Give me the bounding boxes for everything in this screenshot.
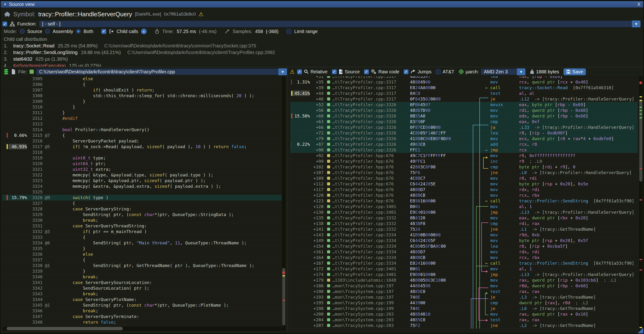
asm-row[interactable]: +209…mon\TracySystem.cpp:258488D35E88610…	[290, 328, 638, 329]
asm-row[interactable]: +154…t\TracyProfiler.cpp:33344C8D055FBA0…	[290, 243, 638, 249]
jumps-label[interactable]: Jumps	[418, 69, 432, 75]
source-line[interactable]: 46.93%3317@5 if( !m_sock->Read( &payload…	[2, 144, 282, 150]
collapse-icon[interactable]: ▼	[4, 2, 6, 6]
source-horizontal-scrollbar[interactable]	[2, 327, 282, 331]
asm-row[interactable]: +167…t\TracyProfiler.cpp:3334E824160000←…	[290, 260, 638, 266]
asm-row[interactable]: 1.31%+35…t\TracyProfiler.cpp:3317488B494…	[290, 79, 638, 85]
source-line[interactable]: 3339 }	[2, 268, 282, 274]
source-line[interactable]: 3306 {	[2, 82, 282, 87]
child-calls-label[interactable]: Child calls	[117, 29, 138, 34]
asm-row[interactable]: +112…t\TracyProfiler.hpp:676C64424205Emo…	[290, 181, 638, 187]
asm-row[interactable]: +102…t\TracyProfiler.hpp:67642803C0F00cm…	[290, 164, 638, 170]
asm-row[interactable]: 0.22%+87…t\TracyProfiler.cpp:33264903C8a…	[290, 142, 638, 147]
source-line[interactable]: 3314bool Profiler::HandleServerQuery()	[2, 127, 282, 133]
source-line[interactable]: 15.79%3326@9 switch( type )	[2, 195, 282, 200]
asm-row[interactable]: +117…t\TracyProfiler.hpp:676488BD7movrdx…	[290, 187, 638, 192]
asm-row[interactable]: +149…t\TracyProfiler.cpp:3334C64424205Fm…	[290, 238, 638, 243]
asm-row[interactable]: +72…t\TracyProfiler.cpp:33264C8D05F146F2…	[290, 130, 638, 136]
att-label[interactable]: AT&T	[442, 69, 454, 75]
asm-row[interactable]: +135…t\TracyProfiler.cpp:33328B4320movea…	[290, 215, 638, 221]
asm-row[interactable]: +164…t\TracyProfiler.cpp:3334488BCBmovrc…	[290, 255, 638, 260]
chevron-down-icon[interactable]: ▼	[632, 20, 640, 27]
source-checkbox[interactable]: ✓	[332, 69, 337, 74]
source-line[interactable]: 3337 {	[2, 257, 282, 263]
source-line[interactable]: 3347 case ServerQueryTerminate:	[2, 314, 282, 319]
asm-row[interactable]: +109…t\TracyProfiler.hpp:6764C8BC7movr8,…	[290, 175, 638, 181]
source-line[interactable]: 3335 }	[2, 246, 282, 251]
save-button[interactable]: Save	[564, 68, 586, 75]
source-line[interactable]: 3346 break;	[2, 308, 282, 314]
asm-row[interactable]: +141…t\TracyProfiler.cpp:33327524jne.L1 …	[290, 226, 638, 232]
child-call-item[interactable]: 4.KeSynchronizeExecution125 µs (0.27%)	[4, 62, 638, 67]
child-call-item[interactable]: 1.tracy::Socket::Read25.25 ms (54.89%)C:…	[4, 42, 638, 49]
file-select[interactable]: C:\Users\wolf\Desktop\darkrl\contrib\tra…	[36, 68, 287, 75]
asm-row[interactable]: +143…t\TracyProfiler.cpp:333441B90B00000…	[290, 232, 638, 238]
asm-row[interactable]: +193…mon\TracySystem.cpp:197740Eje.L3 ->…	[290, 294, 638, 300]
source-line[interactable]: 3308 std::this_thread::sleep_for( std::c…	[2, 93, 282, 99]
asm-row[interactable]: +179…1103\include\atomic:1048488B05B63C1…	[290, 277, 638, 283]
child-calls-checkbox[interactable]: ✓	[101, 29, 106, 34]
asm-row[interactable]: +207…mon\TracySystem.cpp:20375F2jne.L2 -…	[290, 323, 638, 328]
source-line[interactable]: 3341 case ServerQuerySourceLocation:	[2, 280, 282, 285]
scrollbar-thumb[interactable]	[639, 99, 642, 182]
asm-row[interactable]: +198…mon\TracySystem.cpp:199744Cje.L6 ->…	[290, 306, 638, 311]
asm-row[interactable]: +90…t\TracyProfiler.cpp:3326FFE1←jmprcx	[290, 147, 638, 153]
chevron-down-icon[interactable]: ▼	[278, 68, 287, 75]
source-line[interactable]: 3332@3 if( ptr == m_mainThread )	[2, 229, 282, 234]
source-vertical-scrollbar[interactable]	[282, 76, 286, 331]
asm-row[interactable]: +107…t\TracyProfiler.hpp:67675F6jne.L0 -…	[290, 170, 638, 175]
source-line[interactable]: 3330 break;	[2, 217, 282, 223]
asm-row[interactable]: +52…t\TracyProfiler.cpp:33260FB64597movz…	[290, 102, 638, 108]
source-line[interactable]: 3336 else	[2, 251, 282, 257]
child-call-item[interactable]: 3.stat64i32625 µs (1.36%)	[4, 56, 638, 62]
asm-row[interactable]: +123…t\TracyProfiler.hpp:676E850160000←c…	[290, 198, 638, 204]
asm-row[interactable]: +190…mon\TracySystem.cpp:1974885C0testra…	[290, 289, 638, 294]
warning-icon[interactable]: ⚠	[198, 11, 204, 17]
source-line[interactable]: 3342 SendSourceLocation( ptr );	[2, 285, 282, 291]
source-line[interactable]: 3325	[2, 189, 282, 195]
source-line[interactable]: 3319 uint8_t type;	[2, 155, 282, 161]
asm-row[interactable]: +195…mon\TracySystem.cpp:199443900cmpdwo…	[290, 300, 638, 306]
raw-code-label[interactable]: Raw code	[378, 69, 399, 75]
source-line[interactable]: 3313	[2, 121, 282, 127]
titlebar[interactable]: ▼ Source view X	[1, 1, 643, 7]
child-call-item[interactable]: 2.tracy::Profiler::SendLongString19.88 m…	[4, 49, 638, 56]
asm-row[interactable]: +186…mon\TracySystem.cpp:197448B4598movr…	[290, 283, 638, 289]
collapse-up-button[interactable]: ▲	[141, 28, 147, 34]
radio-source[interactable]	[20, 29, 24, 34]
asm-row[interactable]: +46…t\TracyProfiler.cpp:33170F8435020000…	[290, 96, 638, 102]
asm-row[interactable]: +39…t\TracyProfiler.cpp:3317E824AA0000←c…	[290, 85, 638, 91]
source-line[interactable]: 3316 ServerQueryPacket payload;	[2, 138, 282, 144]
radio-both-label[interactable]: Both	[84, 29, 93, 34]
scrollbar-thumb[interactable]	[6, 327, 123, 330]
source-label[interactable]: Source	[345, 69, 360, 75]
source-line[interactable]: 3318	[2, 150, 282, 155]
jumps-checkbox[interactable]: ✓	[404, 69, 408, 74]
source-line[interactable]: 3334@6 SendString( ptr, "Main thread", 1…	[2, 240, 282, 246]
source-line[interactable]: 3343 break;	[2, 291, 282, 297]
asm-row[interactable]: +79…t\TracyProfiler.cpp:3326418B8C80E0BF…	[290, 136, 638, 142]
source-line[interactable]: 3329 SendString( ptr, (const char*)ptr, …	[2, 212, 282, 217]
source-line[interactable]: 3311}	[2, 110, 282, 116]
relative-label[interactable]: Relative	[310, 69, 328, 75]
source-line[interactable]: 3327 {	[2, 200, 282, 206]
close-icon[interactable]: X	[638, 2, 640, 7]
source-line[interactable]: 3344 case ServerQueryPlotName:	[2, 297, 282, 302]
source-line[interactable]: 3348 return false;	[2, 319, 282, 325]
source-line[interactable]: 3349 case ServerQueryCallstackFrame:	[2, 325, 282, 326]
source-line[interactable]: 3321 uint32_t extra;	[2, 167, 282, 172]
function-checkbox[interactable]: ✓	[2, 21, 7, 26]
asm-row[interactable]: +174…t\TracyProfiler.cpp:3401E9B8010000j…	[290, 272, 638, 277]
uarch-select[interactable]: AMD Zen 3 ▼	[481, 68, 526, 75]
chevron-down-icon[interactable]: ▼	[517, 68, 526, 75]
raw-code-checkbox[interactable]: ✓	[364, 69, 369, 74]
asm-row[interactable]: +161…t\TracyProfiler.cpp:3334488BD7movrd…	[290, 249, 638, 255]
radio-both[interactable]	[76, 29, 81, 34]
source-line[interactable]: 3345@1 SendString( ptr, (const char*)ptr…	[2, 302, 282, 308]
att-checkbox[interactable]	[436, 69, 441, 74]
source-line[interactable]: 3322 memcpy( &type, &payload.type, sizeo…	[2, 172, 282, 178]
asm-row[interactable]: 45.41%+44…t\TracyProfiler.cpp:331784C0te…	[290, 91, 638, 96]
asm-row[interactable]: +200…mon\TracySystem.cpp:203488B4010movr…	[290, 311, 638, 317]
scrollbar-thumb[interactable]	[282, 268, 285, 326]
source-line[interactable]: 3338@1 SendString( ptr, GetThreadName( p…	[2, 263, 282, 268]
